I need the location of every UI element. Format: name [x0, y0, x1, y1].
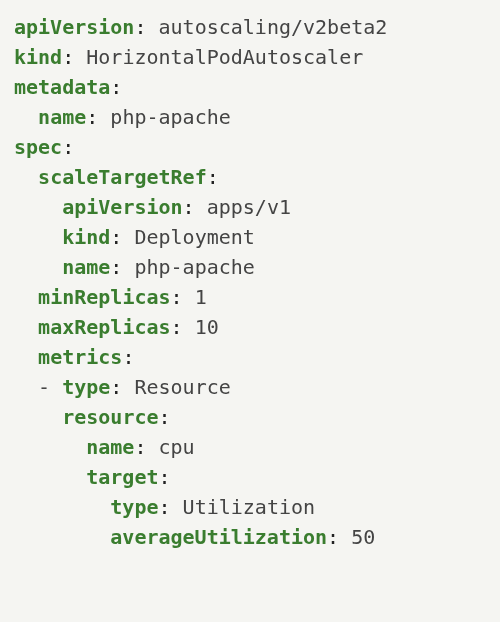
yaml-key: target [86, 465, 158, 489]
yaml-line: name: php-apache [14, 252, 486, 282]
yaml-line: resource: [14, 402, 486, 432]
yaml-line: type: Utilization [14, 492, 486, 522]
yaml-key: maxReplicas [38, 315, 170, 339]
yaml-key: apiVersion [14, 15, 134, 39]
yaml-line: name: cpu [14, 432, 486, 462]
yaml-value: HorizontalPodAutoscaler [86, 45, 363, 69]
yaml-key: scaleTargetRef [38, 165, 207, 189]
yaml-key: averageUtilization [110, 525, 327, 549]
yaml-value: Deployment [134, 225, 254, 249]
yaml-line: - type: Resource [14, 372, 486, 402]
yaml-key: resource [62, 405, 158, 429]
yaml-value: Resource [134, 375, 230, 399]
yaml-key: name [86, 435, 134, 459]
yaml-value: 1 [195, 285, 207, 309]
yaml-value: apps/v1 [207, 195, 291, 219]
yaml-key: type [110, 495, 158, 519]
yaml-key: metadata [14, 75, 110, 99]
yaml-key: spec [14, 135, 62, 159]
yaml-key: apiVersion [62, 195, 182, 219]
yaml-value: 10 [195, 315, 219, 339]
yaml-dash: - [38, 375, 50, 399]
yaml-key: type [62, 375, 110, 399]
yaml-line: apiVersion: apps/v1 [14, 192, 486, 222]
yaml-line: name: php-apache [14, 102, 486, 132]
yaml-line: target: [14, 462, 486, 492]
yaml-line: metrics: [14, 342, 486, 372]
yaml-line: metadata: [14, 72, 486, 102]
yaml-key: kind [14, 45, 62, 69]
yaml-value: php-apache [110, 105, 230, 129]
yaml-value: 50 [351, 525, 375, 549]
yaml-line: kind: Deployment [14, 222, 486, 252]
yaml-line: minReplicas: 1 [14, 282, 486, 312]
yaml-key: kind [62, 225, 110, 249]
yaml-value: autoscaling/v2beta2 [159, 15, 388, 39]
yaml-code-block: apiVersion: autoscaling/v2beta2kind: Hor… [14, 12, 486, 552]
yaml-line: maxReplicas: 10 [14, 312, 486, 342]
yaml-key: minReplicas [38, 285, 170, 309]
yaml-line: averageUtilization: 50 [14, 522, 486, 552]
yaml-value: Utilization [183, 495, 315, 519]
yaml-key: name [62, 255, 110, 279]
yaml-value: php-apache [134, 255, 254, 279]
yaml-line: spec: [14, 132, 486, 162]
yaml-key: metrics [38, 345, 122, 369]
yaml-line: kind: HorizontalPodAutoscaler [14, 42, 486, 72]
yaml-key: name [38, 105, 86, 129]
yaml-line: apiVersion: autoscaling/v2beta2 [14, 12, 486, 42]
yaml-value: cpu [159, 435, 195, 459]
yaml-line: scaleTargetRef: [14, 162, 486, 192]
